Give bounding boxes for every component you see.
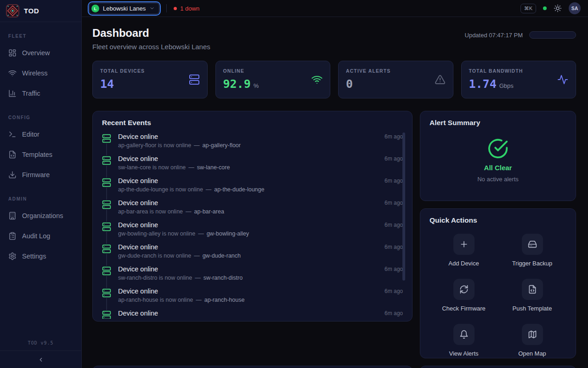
sidebar-item[interactable]: Templates xyxy=(2,144,79,165)
event-device-name: ap-the-dude-lounge xyxy=(214,186,264,193)
sidebar-section-label: CONFIG xyxy=(8,115,73,120)
quick-action-button[interactable]: Push Template xyxy=(498,279,566,312)
user-avatar[interactable]: SA xyxy=(569,2,581,14)
event-timestamp: 6m ago xyxy=(384,288,403,294)
quick-actions-grid: Add Device Trigger Backup Check Firmware xyxy=(430,234,566,357)
sidebar-section: FLEET Overview Wireless Traffic xyxy=(0,34,81,104)
sidebar-item-icon xyxy=(8,89,17,98)
event-body: Device online 6m ago ap-the-dude-lounge … xyxy=(118,177,403,199)
sidebar-item[interactable]: Wireless xyxy=(2,63,79,83)
stat-value: 1.74 xyxy=(469,77,497,91)
sidebar-item-icon xyxy=(8,69,17,77)
event-description-text: ap-the-dude-lounge is now online xyxy=(118,186,203,193)
sidebar-item[interactable]: Traffic xyxy=(2,83,79,104)
quick-action-label: Check Firmware xyxy=(442,305,486,312)
event-separator: — xyxy=(196,297,202,303)
stat-unit: % xyxy=(254,82,259,89)
tod-logo-icon xyxy=(6,4,19,17)
event-device-name: ap-gallery-floor xyxy=(203,142,241,149)
stat-card-text: ONLINE 92.9 % xyxy=(223,68,259,91)
event-title: Device online xyxy=(118,133,158,140)
event-row: Device online 6m ago ap-ranch-house is n… xyxy=(102,288,403,310)
event-row: Device online 6m ago gw-dude-ranch is no… xyxy=(102,243,403,265)
stat-card: ACTIVE ALERTS 0 xyxy=(338,61,453,98)
stat-card-text: TOTAL BANDWIDTH 1.74 Gbps xyxy=(469,68,523,91)
event-device-name: ap-bar-area xyxy=(194,208,224,215)
event-description-text: ap-bar-area is now online xyxy=(118,208,183,215)
sidebar-item[interactable]: Editor xyxy=(2,124,79,144)
stat-card-text: ACTIVE ALERTS 0 xyxy=(346,68,390,91)
event-separator: — xyxy=(198,230,204,237)
alert-summary-panel: Alert Summary All Clear No active alerts xyxy=(420,111,576,201)
sidebar-item[interactable]: Overview xyxy=(2,43,79,63)
topbar-divider xyxy=(166,4,167,12)
chevron-left-icon xyxy=(38,356,44,363)
org-selector[interactable]: L Lebowski Lanes xyxy=(89,3,159,14)
stat-value-row: 14 xyxy=(100,77,145,91)
event-top-row: Device online 6m ago xyxy=(118,221,403,229)
refresh-interval-button[interactable] xyxy=(531,33,541,37)
quick-action-label: Trigger Backup xyxy=(512,260,553,267)
sidebar-collapse-row xyxy=(0,351,81,368)
sidebar-section-label: ADMIN xyxy=(8,196,73,201)
page-header: Dashboard Fleet overview across Lebowski… xyxy=(92,27,576,51)
quick-action-button[interactable]: Add Device xyxy=(430,234,498,267)
event-timestamp: 6m ago xyxy=(384,310,403,316)
sidebar: TOD FLEET Overview Wireless Traffic CONF… xyxy=(0,0,82,368)
sidebar-item-label: Organizations xyxy=(22,212,63,219)
quick-action-button[interactable]: Open Map xyxy=(498,324,566,357)
sidebar-item[interactable]: Audit Log xyxy=(2,226,79,246)
event-body: Device online 6m ago gw-bowling-alley is… xyxy=(118,221,403,243)
sidebar-item-icon xyxy=(8,130,17,138)
sidebar-item[interactable]: Settings xyxy=(2,246,79,266)
event-list: Device online 6m ago ap-gallery-floor is… xyxy=(102,133,403,319)
below-fold-panels xyxy=(92,366,576,368)
event-title: Device online xyxy=(118,310,158,317)
event-description-text: sw-lane-core is now online xyxy=(118,164,186,171)
server-icon xyxy=(102,222,111,231)
event-body: Device online 6m ago ap-gallery-floor is… xyxy=(118,133,403,155)
event-title: Device online xyxy=(118,288,158,295)
command-palette-shortcut[interactable]: ⌘K xyxy=(520,4,536,13)
sidebar-item-label: Traffic xyxy=(22,90,40,97)
refresh-interval-button[interactable] xyxy=(564,33,574,37)
org-avatar: L xyxy=(91,5,99,12)
quick-action-label: Open Map xyxy=(518,350,546,357)
chevron-down-icon xyxy=(149,6,155,11)
stats-row: TOTAL DEVICES 14 ONLINE 92.9 % xyxy=(92,61,576,98)
events-scrollbar-thumb[interactable] xyxy=(402,132,405,281)
sidebar-section: CONFIG Editor Templates Firmware xyxy=(0,115,81,185)
quick-action-button[interactable]: View Alerts xyxy=(430,324,498,357)
event-body: Device online 6m ago ap-bar-area is now … xyxy=(118,199,403,221)
check-circle-icon xyxy=(487,138,509,159)
event-device-name: sw-ranch-distro xyxy=(204,275,243,281)
org-name: Lebowski Lanes xyxy=(103,5,146,12)
event-separator: — xyxy=(194,142,200,149)
stat-label: ONLINE xyxy=(223,68,259,74)
stat-card: TOTAL BANDWIDTH 1.74 Gbps xyxy=(461,61,577,98)
stat-card-text: TOTAL DEVICES 14 xyxy=(100,68,145,91)
server-icon xyxy=(102,244,111,253)
sidebar-item[interactable]: Firmware xyxy=(2,165,79,185)
sidebar-collapse-button[interactable] xyxy=(34,353,47,366)
event-top-row: Device online 6m ago xyxy=(118,155,403,162)
event-top-row: Device online 6m ago xyxy=(118,243,403,251)
quick-action-button[interactable]: Trigger Backup xyxy=(498,234,566,267)
alert-summary-title: Alert Summary xyxy=(430,119,566,127)
event-timestamp: 6m ago xyxy=(384,266,403,272)
sun-icon xyxy=(554,4,562,12)
refresh-interval-button[interactable] xyxy=(553,33,563,37)
sidebar-item-icon xyxy=(8,150,17,159)
event-row: Device online 6m ago — xyxy=(102,310,403,319)
sidebar-item-label: Editor xyxy=(22,131,40,138)
event-device-name: gw-bowling-alley xyxy=(207,230,249,237)
sidebar-item[interactable]: Organizations xyxy=(2,206,79,226)
refresh-interval-button[interactable] xyxy=(542,33,552,37)
theme-toggle-button[interactable] xyxy=(554,4,562,12)
quick-action-button[interactable]: Check Firmware xyxy=(430,279,498,312)
server-icon xyxy=(102,288,111,298)
connection-status-dot xyxy=(543,6,547,10)
event-description-text: ap-ranch-house is now online xyxy=(118,297,193,303)
server-icon xyxy=(102,200,111,209)
stat-icon xyxy=(557,74,568,85)
